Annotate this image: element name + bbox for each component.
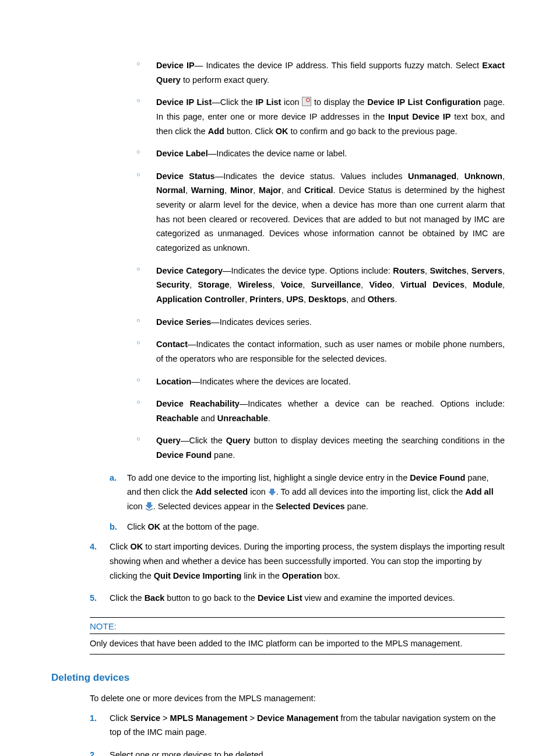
add-selected-icon (268, 486, 276, 494)
bold: Unknown (464, 172, 502, 181)
text: Click (127, 522, 147, 531)
text: , (304, 295, 308, 304)
bold: Unreachable (217, 414, 268, 423)
text: pane. (345, 502, 368, 511)
bold: Add (208, 127, 224, 136)
note-box: NOTE: Only devices that have been added … (90, 617, 505, 654)
text: to confirm and go back to the previous p… (288, 127, 457, 136)
bold: Device IP List Configuration (367, 97, 481, 107)
paragraph: To delete one or more devices from the M… (90, 692, 505, 705)
note-heading: NOTE: (90, 621, 505, 634)
marker: b. (110, 520, 117, 534)
bold: Servers (471, 266, 502, 275)
bullet-item: Device Status—Indicates the device statu… (136, 169, 505, 256)
bold: Unmanaged (408, 172, 456, 181)
text: . (395, 295, 397, 304)
text: icon (248, 487, 268, 496)
bold: Desktops (308, 295, 346, 304)
text: icon (127, 502, 145, 511)
text: to perform exact query. (181, 75, 269, 85)
note-body: Only devices that have been added to the… (90, 635, 505, 650)
term: Location (156, 377, 191, 386)
bullet-item: Location—Indicates where the devices are… (136, 374, 505, 389)
term: Device IP List (156, 97, 212, 107)
bold: Switches (430, 266, 467, 275)
text: , (361, 280, 369, 289)
text: icon (281, 97, 302, 107)
text: , (464, 280, 473, 289)
bold: Normal (156, 186, 185, 195)
number-item: 4. Click OK to start importing devices. … (90, 540, 505, 583)
bold: OK (276, 127, 288, 136)
text: . To add all devices into the importing … (276, 487, 466, 496)
term: Contact (156, 340, 188, 349)
marker: 5. (90, 591, 97, 606)
text: —Indicates the device status. Values inc… (215, 172, 408, 181)
bullet-item: Device Category—Indicates the device typ… (136, 264, 505, 307)
bold: MPLS Management (170, 713, 248, 723)
bold: Virtual Devices (400, 280, 464, 289)
marker: 4. (90, 540, 97, 554)
text: Click (110, 713, 130, 723)
bold: Selected Devices (276, 502, 345, 511)
bullet-item: Device Label—Indicates the device name o… (136, 146, 505, 161)
text: , (224, 186, 230, 195)
add-all-icon (145, 501, 153, 509)
bullet-item: Query—Click the Query button to display … (136, 433, 505, 462)
text: , (425, 266, 430, 275)
bold: Query (226, 436, 251, 445)
term: Device IP (156, 61, 195, 70)
bold: Add selected (195, 487, 248, 496)
marker: a. (110, 471, 117, 485)
text: , (189, 280, 198, 289)
document-page: Device IP— Indicates the device IP addre… (0, 0, 556, 756)
bold: OK (130, 542, 143, 551)
bold: Critical (304, 186, 333, 195)
letter-item: a. To add one device to the importing li… (110, 471, 505, 514)
text: , (230, 280, 238, 289)
bold: Device Management (257, 713, 338, 723)
bold: Input Device IP (388, 112, 451, 121)
bold: Warning (191, 186, 224, 195)
text: To add one device to the importing list,… (127, 473, 410, 482)
term: Device Reachability (156, 399, 240, 408)
term: Device Category (156, 266, 223, 275)
text: > (248, 713, 258, 723)
text: . (268, 414, 270, 423)
bold: Operation (282, 571, 322, 580)
text: Click the (110, 593, 145, 603)
bold: Surveillance (311, 280, 361, 289)
bullet-item: Device Series—Indicates devices series. (136, 315, 505, 330)
bold: Add all (465, 487, 493, 496)
text: box. (322, 571, 340, 580)
text: view and examine the imported devices. (302, 593, 455, 603)
bold: IP List (256, 97, 281, 107)
bold: Wireless (238, 280, 273, 289)
bullet-item: Device IP List—Click the IP List icon to… (136, 95, 505, 138)
text: . Selected devices appear in the (153, 502, 276, 511)
bold: Routers (393, 266, 425, 275)
text: , and (281, 186, 305, 195)
marker: 2. (90, 748, 97, 756)
letter-list: a. To add one device to the importing li… (110, 471, 505, 534)
bold: Video (369, 280, 392, 289)
text: to display the (311, 97, 367, 107)
bold: Device Found (156, 450, 212, 460)
bold: Minor (230, 186, 253, 195)
bold: Storage (198, 280, 230, 289)
bold: OK (147, 522, 160, 531)
bold: Reachable (156, 414, 199, 423)
text: , and (346, 295, 367, 304)
text: pane. (212, 450, 235, 460)
text: , (253, 186, 259, 195)
text: —Click the (181, 436, 226, 445)
term: Device Label (156, 149, 208, 158)
text: , (502, 266, 505, 275)
text: — Indicates the device IP address. This … (195, 61, 483, 70)
text: , (302, 280, 311, 289)
bold: Voice (281, 280, 303, 289)
text: —Indicates whether a device can be reach… (240, 399, 505, 408)
text: , (456, 172, 464, 181)
text: , (272, 280, 280, 289)
number-list: 4. Click OK to start importing devices. … (90, 540, 505, 606)
